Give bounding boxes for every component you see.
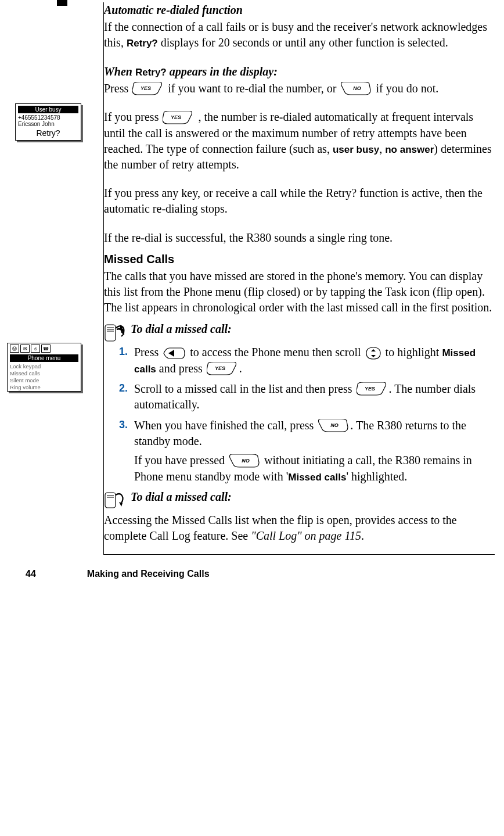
phone-menu-item: Silent mode xyxy=(8,377,81,384)
yes-key-icon xyxy=(357,382,388,396)
success-para: If the re-dial is successful, the R380 s… xyxy=(104,230,492,246)
text: to access the Phone menu then scroll xyxy=(190,346,363,358)
status-icons: Ⓜ ✉ ⎋ ☎ xyxy=(8,343,81,353)
missed-intro: The calls that you have missed are store… xyxy=(104,268,492,316)
when-heading: When Retry? appears in the display: xyxy=(104,64,492,80)
text: Press xyxy=(104,82,131,95)
step: 2. Scroll to a missed call in the list a… xyxy=(119,381,492,413)
chapter-title: Making and Receiving Calls xyxy=(87,569,210,579)
text: . xyxy=(239,362,242,375)
procedure-title: To dial a missed call: xyxy=(131,489,232,505)
missed-calls-heading: Missed Calls xyxy=(104,252,492,267)
text: Scroll to a missed call in the list and … xyxy=(134,382,355,395)
step-number: 1. xyxy=(119,345,128,358)
procedure-heading: To dial a missed call: xyxy=(104,321,492,342)
text: to highlight xyxy=(386,346,442,358)
back-key-icon xyxy=(163,347,186,360)
flipopen-para: Accessing the Missed Calls list when the… xyxy=(104,512,492,544)
ifyes-para: If you press , the number is re-dialed a… xyxy=(104,109,492,173)
scroll-key-icon xyxy=(365,347,381,360)
retry-screen-number: +465551234578 xyxy=(16,114,81,121)
status-icon: ☎ xyxy=(41,345,51,353)
main-content: Automatic re-dialed function If the conn… xyxy=(103,2,495,555)
page: User busy +465551234578 Ericsson John Re… xyxy=(0,0,504,597)
no-key-icon xyxy=(318,419,349,433)
procedure-title: To dial a missed call: xyxy=(131,321,232,337)
text: When xyxy=(104,65,135,78)
ui-label: Missed calls xyxy=(288,472,346,483)
step-number: 3. xyxy=(119,418,128,432)
footer: 44 Making and Receiving Calls xyxy=(0,555,495,579)
step: 3. When you have finished the call, pres… xyxy=(119,418,492,485)
status-icon: ✉ xyxy=(20,345,30,353)
step: 1. Press to access the Phone menu then s… xyxy=(119,345,492,376)
phone-menu-item: Missed calls xyxy=(8,370,81,377)
step-number: 2. xyxy=(119,381,128,395)
retry-screen-prompt: Retry? xyxy=(16,127,81,140)
status-icon: Ⓜ xyxy=(10,345,19,353)
press-para: Press if you want to re-dial the number,… xyxy=(104,81,492,96)
yes-key-icon xyxy=(163,111,194,125)
intro-para: If the connection of a call fails or is … xyxy=(104,19,492,51)
steps-list: 1. Press to access the Phone menu then s… xyxy=(104,345,492,484)
flip-closed-icon xyxy=(104,321,127,342)
text: When you have finished the call, press xyxy=(134,419,316,432)
phone-menu-screen: Ⓜ ✉ ⎋ ☎ Phone menu Lock keypad Missed ca… xyxy=(7,343,81,392)
text: . xyxy=(361,529,364,542)
section-title: Automatic re-dialed function xyxy=(104,2,492,18)
step-note: If you have pressed without initiating a… xyxy=(134,453,492,485)
text: ' highlighted. xyxy=(346,470,407,483)
retry-screen-name: Ericsson John xyxy=(16,121,81,127)
phone-menu-item: Ring volume xyxy=(8,384,81,391)
retry-screen-head: User busy xyxy=(18,106,78,113)
text: if you do not. xyxy=(376,82,438,95)
phone-menu-item: Lock keypad xyxy=(8,363,81,370)
text: displays for 20 seconds or until any oth… xyxy=(158,36,448,49)
flip-open-icon xyxy=(104,489,127,510)
ui-label: Retry? xyxy=(127,38,158,49)
anykey-para: If you press any key, or receive a call … xyxy=(104,185,492,217)
yes-key-icon xyxy=(207,362,238,376)
yes-key-icon xyxy=(132,82,164,96)
status-icon: ⎋ xyxy=(31,345,40,353)
procedure-heading: To dial a missed call: xyxy=(104,489,492,510)
text: If you have pressed xyxy=(134,454,228,467)
no-key-icon xyxy=(229,454,260,468)
text: and press xyxy=(156,362,206,375)
no-key-icon xyxy=(340,82,372,96)
page-number: 44 xyxy=(26,569,36,579)
text: Press xyxy=(134,346,161,358)
phone-menu-head: Phone menu xyxy=(10,354,78,362)
text: If you press xyxy=(104,110,161,123)
thumb-tab xyxy=(57,0,67,6)
text: , xyxy=(379,142,385,155)
cross-reference: "Call Log" on page 115 xyxy=(251,529,361,542)
retry-screen: User busy +465551234578 Ericsson John Re… xyxy=(15,103,81,141)
text: if you want to re-dial the number, or xyxy=(168,82,339,95)
ui-label: Retry? xyxy=(135,67,167,78)
text: appears in the display: xyxy=(167,65,278,78)
ui-label: user busy xyxy=(333,144,379,155)
ui-label: no answer xyxy=(385,144,434,155)
